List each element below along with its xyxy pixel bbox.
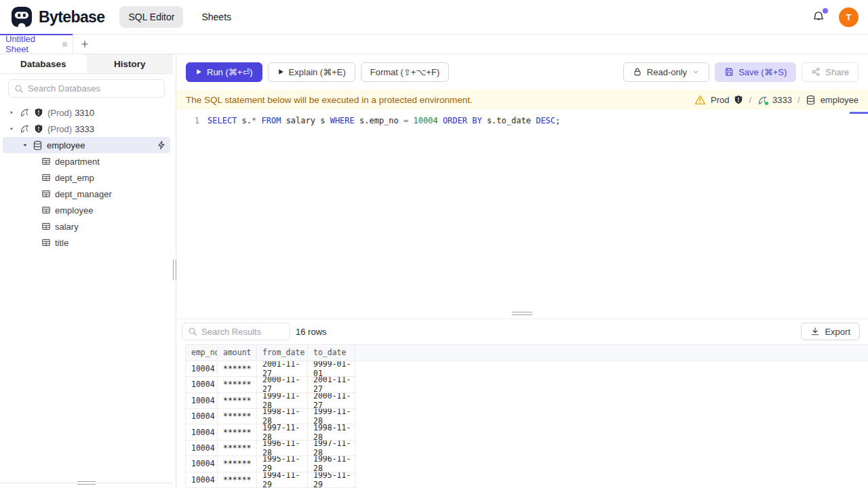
result-cell: ****** bbox=[218, 393, 257, 408]
environment-shield-icon bbox=[734, 95, 743, 104]
result-cell: 1998-11-28 bbox=[308, 424, 355, 439]
table-item-title[interactable]: title bbox=[3, 235, 170, 251]
bytebase-logo[interactable]: Bytebase bbox=[11, 6, 104, 28]
sql-editor[interactable]: 1SELECT s.* FROM salary s WHERE s.emp_no… bbox=[176, 110, 868, 308]
database-search-input[interactable] bbox=[28, 83, 159, 94]
instance-name: 3310 bbox=[75, 108, 94, 118]
result-cell: 10004 bbox=[186, 424, 218, 439]
result-cell: ****** bbox=[218, 456, 257, 471]
environment-label: (Prod) bbox=[47, 108, 72, 118]
share-icon bbox=[811, 67, 821, 77]
export-button[interactable]: Export bbox=[801, 323, 860, 340]
warning-icon bbox=[694, 94, 706, 106]
result-cell: ****** bbox=[218, 377, 257, 392]
results-table-header: emp_noamountfrom_dateto_date bbox=[185, 344, 868, 361]
database-crumb[interactable]: employee bbox=[821, 95, 859, 105]
results-resize-splitter[interactable] bbox=[176, 308, 868, 319]
result-row[interactable]: 10004******1999-11-282000-11-27 bbox=[185, 393, 356, 409]
instance-item-3333[interactable]: (Prod)3333 bbox=[3, 121, 170, 137]
result-cell: ****** bbox=[218, 409, 257, 424]
sql-statement: SELECT s.* FROM salary s WHERE s.emp_no … bbox=[208, 116, 560, 125]
nav-sql-editor[interactable]: SQL Editor bbox=[119, 6, 183, 28]
tab-databases[interactable]: Databases bbox=[0, 54, 87, 73]
instance-item-3310[interactable]: (Prod)3310 bbox=[3, 104, 170, 121]
caret-right-icon bbox=[8, 109, 15, 116]
result-cell: 10004 bbox=[186, 472, 218, 487]
save-button[interactable]: Save (⌘+S) bbox=[715, 62, 796, 82]
sidebar-tabs: Databases History bbox=[0, 54, 173, 74]
column-header-amount[interactable]: amount bbox=[218, 345, 257, 361]
database-item-employee[interactable]: employee bbox=[3, 137, 170, 153]
result-cell: 2000-11-27 bbox=[308, 393, 355, 408]
main-panel: Run (⌘+⏎) Explain (⌘+E) Format (⇧+⌥+F) R… bbox=[176, 54, 868, 488]
result-cell: 1996-11-28 bbox=[308, 456, 355, 471]
result-row[interactable]: 10004******1998-11-281999-11-28 bbox=[185, 409, 356, 424]
table-item-dept_emp[interactable]: dept_emp bbox=[3, 169, 170, 186]
results-table-body: 10004******2001-11-279999-01-0110004****… bbox=[185, 361, 868, 488]
result-cell: ****** bbox=[218, 441, 257, 455]
avatar[interactable]: T bbox=[839, 7, 859, 27]
chevron-down-icon bbox=[692, 68, 700, 76]
lock-icon bbox=[633, 67, 642, 77]
results-search-input[interactable] bbox=[201, 327, 284, 337]
connect-bolt-icon[interactable] bbox=[157, 140, 166, 150]
table-item-dept_manager[interactable]: dept_manager bbox=[3, 186, 170, 202]
format-button[interactable]: Format (⇧+⌥+F) bbox=[361, 62, 449, 82]
notifications-button[interactable] bbox=[812, 10, 825, 24]
database-icon bbox=[806, 95, 816, 105]
tab-history[interactable]: History bbox=[87, 54, 174, 73]
column-header-to_date[interactable]: to_date bbox=[308, 345, 355, 361]
table-item-employee[interactable]: employee bbox=[3, 202, 170, 218]
result-cell: 10004 bbox=[186, 393, 218, 408]
column-header-from_date[interactable]: from_date bbox=[257, 345, 308, 361]
main-nav: SQL Editor Sheets bbox=[119, 6, 240, 28]
result-cell: 1994-11-29 bbox=[257, 472, 308, 487]
table-name: salary bbox=[55, 222, 79, 232]
result-row[interactable]: 10004******1997-11-281998-11-28 bbox=[185, 424, 356, 440]
nav-sheets[interactable]: Sheets bbox=[193, 6, 240, 28]
result-cell: 1999-11-28 bbox=[257, 393, 308, 408]
sheet-tab-label: Untitled Sheet bbox=[5, 34, 57, 54]
result-row[interactable]: 10004******1994-11-291995-11-29 bbox=[185, 472, 356, 488]
database-search[interactable] bbox=[8, 79, 165, 98]
splitter-grip bbox=[77, 481, 96, 485]
table-icon bbox=[41, 173, 51, 182]
play-icon bbox=[195, 68, 202, 75]
table-name: department bbox=[55, 157, 100, 167]
download-icon bbox=[810, 327, 820, 336]
column-header-emp_no[interactable]: emp_no bbox=[186, 345, 218, 361]
mysql-icon bbox=[19, 107, 30, 118]
header-filler bbox=[355, 345, 868, 361]
search-icon bbox=[14, 84, 24, 94]
new-sheet-button[interactable] bbox=[73, 35, 96, 54]
caret-down-icon bbox=[8, 125, 15, 132]
results-search[interactable] bbox=[182, 323, 290, 340]
result-cell: 1997-11-28 bbox=[257, 424, 308, 439]
tab-untitled-sheet[interactable]: Untitled Sheet bbox=[0, 35, 73, 54]
environment-label: (Prod) bbox=[47, 124, 72, 134]
database-icon bbox=[33, 140, 43, 150]
result-row[interactable]: 10004******2001-11-279999-01-01 bbox=[185, 361, 356, 377]
result-row[interactable]: 10004******1996-11-281997-11-28 bbox=[185, 441, 356, 456]
explain-button[interactable]: Explain (⌘+E) bbox=[268, 62, 355, 82]
result-cell: 10004 bbox=[186, 377, 218, 392]
search-icon bbox=[188, 327, 197, 336]
result-cell: 10004 bbox=[186, 409, 218, 424]
result-cell: ****** bbox=[218, 472, 257, 487]
table-item-department[interactable]: department bbox=[3, 153, 170, 169]
protected-environment-notice: The SQL statement below will be executed… bbox=[176, 89, 868, 110]
instance-crumb[interactable]: 3333 bbox=[772, 95, 792, 105]
sidebar-bottom-splitter[interactable] bbox=[0, 483, 173, 483]
run-button[interactable]: Run (⌘+⏎) bbox=[186, 62, 262, 82]
readonly-mode-button[interactable]: Read-only bbox=[623, 62, 709, 82]
table-icon bbox=[41, 157, 51, 166]
share-button[interactable]: Share bbox=[802, 62, 859, 82]
table-item-salary[interactable]: salary bbox=[3, 218, 170, 235]
line-number: 1 bbox=[176, 116, 199, 125]
result-row[interactable]: 10004******1995-11-291996-11-28 bbox=[185, 456, 356, 472]
environment-shield-icon bbox=[34, 108, 43, 117]
result-row[interactable]: 10004******2000-11-272001-11-27 bbox=[185, 377, 356, 392]
caret-down-icon bbox=[22, 142, 28, 148]
body: Databases History (Prod)3310(Prod)3333em… bbox=[0, 54, 868, 488]
result-cell: 2000-11-27 bbox=[257, 377, 308, 392]
